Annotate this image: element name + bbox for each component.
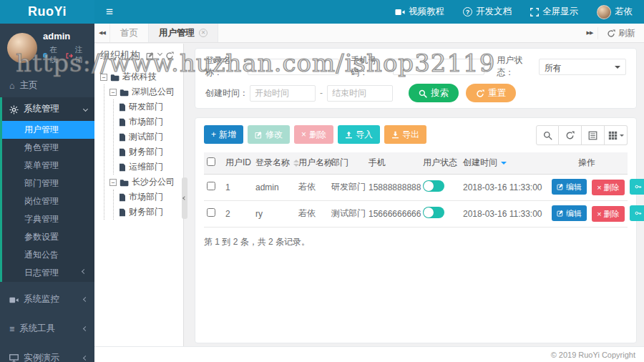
folder-icon — [110, 72, 119, 82]
tab-home[interactable]: 首页 — [110, 24, 149, 42]
row-reset-password-button[interactable]: 重置 — [630, 179, 644, 195]
online-status-label: 在线 — [49, 45, 63, 65]
user-menu[interactable]: 若依 — [597, 5, 633, 19]
tree-node-branch[interactable]: − 深圳总公司 — [109, 84, 180, 99]
select-all-checkbox[interactable] — [207, 157, 215, 166]
sidebar-item-post-mgmt[interactable]: 岗位管理 — [2, 192, 94, 210]
search-button[interactable]: 搜索 — [409, 84, 459, 102]
table-search-toggle-button[interactable] — [536, 125, 559, 145]
hamburger-menu-icon[interactable]: ≡ — [106, 6, 113, 18]
add-button[interactable]: +新增 — [204, 125, 243, 144]
tree-node-label[interactable]: 长沙分公司 — [132, 176, 175, 188]
desktop-icon — [9, 353, 19, 362]
sidebar-item-home[interactable]: ⌂ 主页 — [0, 74, 94, 97]
refresh-tab-button[interactable]: 刷新 — [597, 27, 644, 39]
cell-user-name: 若依 — [296, 174, 328, 200]
chevron-left-icon — [83, 326, 88, 331]
status-toggle[interactable] — [423, 180, 444, 192]
delete-button[interactable]: ×删除 — [294, 125, 333, 144]
monitor-video-icon — [9, 295, 19, 305]
tree-node-leaf[interactable]: 市场部门 — [119, 114, 180, 129]
tree-node-leaf[interactable]: 测试部门 — [119, 129, 180, 145]
tree-node-label[interactable]: 运维部门 — [129, 161, 163, 173]
refresh-icon[interactable] — [165, 52, 174, 60]
export-button[interactable]: 导出 — [384, 125, 426, 144]
edit-icon[interactable] — [146, 52, 155, 60]
sidebar-item-log-mgmt[interactable]: 日志管理 — [2, 264, 94, 282]
start-time-input[interactable] — [250, 85, 316, 102]
table-header-row: 用户ID 登录名称 用户名称 部门 手机 用户状态 创建时间 操作 — [204, 152, 628, 174]
system-monitor-label: 系统监控 — [24, 293, 59, 305]
sidebar-item-menu-mgmt[interactable]: 菜单管理 — [2, 157, 94, 175]
import-button[interactable]: 导入 — [338, 125, 380, 144]
row-checkbox[interactable] — [207, 208, 215, 217]
close-icon[interactable]: ✕ — [199, 29, 208, 37]
dev-docs-link[interactable]: ? 开发文档 — [463, 6, 512, 18]
tree-node-label[interactable]: 市场部门 — [129, 116, 163, 128]
fullscreen-button[interactable]: 全屏显示 — [530, 6, 578, 18]
user-status-select[interactable]: 所有 — [539, 59, 626, 75]
cell-user-id: 1 — [223, 174, 253, 200]
tabs-scroll-right-button[interactable]: ▶▶ — [582, 30, 597, 36]
row-checkbox[interactable] — [207, 182, 215, 190]
row-delete-button[interactable]: ×删除 — [592, 180, 624, 195]
tree-node-leaf[interactable]: 财务部门 — [119, 205, 180, 220]
refresh-icon — [476, 88, 484, 98]
sidebar-item-system-mgmt[interactable]: 系统管理 — [2, 97, 94, 121]
tree-node-label[interactable]: 财务部门 — [129, 146, 163, 158]
collapse-box-icon[interactable]: − — [109, 89, 117, 96]
col-login-name[interactable]: 登录名称 — [253, 152, 296, 174]
tree-node-leaf[interactable]: 财务部门 — [119, 145, 180, 160]
col-created[interactable]: 创建时间 — [460, 152, 546, 174]
tree-node-leaf[interactable]: 市场部门 — [119, 190, 180, 205]
tree-node-leaf[interactable]: 运维部门 — [119, 160, 180, 175]
sidebar-item-param-config[interactable]: 参数设置 — [2, 228, 94, 246]
collapse-box-icon[interactable]: − — [100, 74, 107, 81]
row-edit-button[interactable]: 编辑 — [552, 179, 587, 195]
tabs-scroll-left-button[interactable]: ◀◀ — [94, 24, 110, 42]
sidebar-item-user-mgmt[interactable]: 用户管理 — [2, 121, 94, 139]
tree-node-root[interactable]: − 若依科技 — [100, 69, 180, 84]
sidebar-item-notice[interactable]: 通知公告 — [2, 246, 94, 264]
chevron-left-icon — [82, 269, 87, 274]
modify-button[interactable]: 修改 — [248, 125, 290, 144]
tree-node-label[interactable]: 若依科技 — [122, 71, 157, 83]
tree-node-label[interactable]: 财务部门 — [129, 206, 163, 218]
video-tutorial-link[interactable]: 视频教程 — [395, 6, 444, 18]
collapse-box-icon[interactable]: − — [109, 179, 117, 186]
columns-dropdown-button[interactable] — [605, 125, 628, 145]
tree-node-label[interactable]: 研发部门 — [129, 101, 163, 113]
status-toggle[interactable] — [423, 207, 444, 218]
row-delete-button[interactable]: ×删除 — [592, 206, 624, 222]
tree-collapse-handle[interactable] — [182, 177, 187, 219]
top-header: RuoYi ≡ 视频教程 ? 开发文档 全屏显示 若依 — [0, 0, 644, 24]
tab-user-mgmt[interactable]: 用户管理 ✕ — [149, 24, 218, 42]
card-view-button[interactable] — [582, 125, 605, 145]
sidebar-avatar[interactable] — [7, 33, 37, 63]
file-icon — [119, 102, 126, 112]
upload-icon — [345, 129, 353, 140]
logout-label[interactable]: 注销 — [75, 45, 89, 65]
search-form-card: 登录名称： 手机号码： 用户状态： 所有 创建时间： - 搜索 重置 — [195, 48, 637, 109]
sidebar-item-dept-mgmt[interactable]: 部门管理 — [2, 175, 94, 192]
phone-input[interactable] — [393, 59, 484, 75]
tree-node-label[interactable]: 测试部门 — [129, 131, 163, 143]
reset-button[interactable]: 重置 — [466, 84, 516, 102]
login-name-input[interactable] — [248, 59, 339, 75]
row-edit-button[interactable]: 编辑 — [552, 205, 587, 221]
tree-node-branch[interactable]: − 长沙分公司 — [109, 175, 180, 190]
app-logo[interactable]: RuoYi — [0, 0, 94, 24]
sidebar-item-demo[interactable]: 实例演示 — [0, 346, 94, 362]
chevron-down-icon[interactable] — [158, 52, 162, 60]
tree-node-label[interactable]: 市场部门 — [129, 191, 163, 203]
sidebar-item-dict-mgmt[interactable]: 字典管理 — [2, 210, 94, 228]
sidebar-item-system-monitor[interactable]: 系统监控 — [0, 288, 94, 311]
tree-node-leaf[interactable]: 研发部门 — [119, 99, 180, 114]
end-time-input[interactable] — [327, 85, 393, 102]
table-refresh-button[interactable] — [559, 125, 582, 145]
sidebar-item-role-mgmt[interactable]: 角色管理 — [2, 139, 94, 157]
row-reset-password-button[interactable]: 重置 — [630, 205, 644, 221]
tree-node-label[interactable]: 深圳总公司 — [132, 86, 175, 98]
sidebar-item-system-tools[interactable]: ≡ 系统工具 — [0, 317, 94, 341]
tab-user-mgmt-label: 用户管理 — [159, 27, 195, 39]
